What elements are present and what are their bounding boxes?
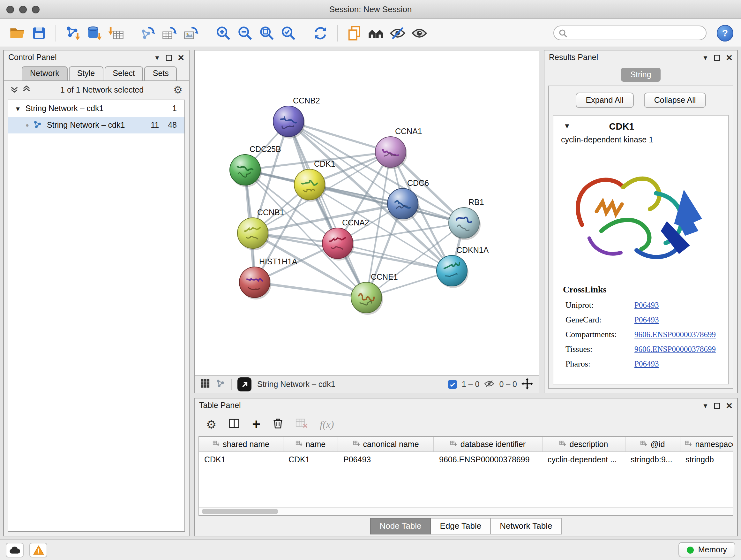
tab-sets[interactable]: Sets (145, 66, 177, 80)
export-table-button[interactable] (160, 23, 179, 43)
table-cell[interactable]: CDK1 (199, 452, 283, 467)
import-table-file-button[interactable] (107, 23, 126, 43)
panel-close-icon[interactable]: ✕ (178, 53, 185, 62)
column-header--id[interactable]: @id (625, 437, 680, 451)
warning-button[interactable] (29, 543, 47, 557)
panel-float-icon[interactable] (166, 55, 172, 60)
network-node-hist1h1a[interactable]: HIST1H1A (239, 257, 297, 300)
crosslink-row: Compartments:9606.ENSP00000378699 (565, 329, 719, 340)
open-external-button[interactable] (238, 377, 252, 391)
network-view[interactable]: CCNB2CCNA1CDC25BCDK1CDC6RB1CCNB1CCNA2CDK… (194, 50, 539, 375)
tab-network[interactable]: Network (22, 66, 68, 80)
column-header-database-identifier[interactable]: database identifier (434, 437, 542, 451)
zoom-out-button[interactable] (235, 23, 255, 43)
zoom-fit-button[interactable] (257, 23, 276, 43)
network-share-icon[interactable] (216, 379, 225, 390)
network-node-ccnb2[interactable]: CCNB2 (273, 96, 320, 138)
table-cell[interactable]: stringdb:9... (625, 452, 680, 467)
column-header-shared-name[interactable]: shared name (199, 437, 283, 451)
tab-style[interactable]: Style (69, 66, 104, 80)
column-label: @id (651, 440, 665, 449)
column-header-namespace[interactable]: namespace (680, 437, 733, 451)
panel-float-icon[interactable] (714, 402, 720, 408)
network-node-ccna1[interactable]: CCNA1 (375, 127, 422, 169)
collapse-all-button[interactable]: Collapse All (644, 92, 706, 108)
network-node-label: CCNA1 (395, 127, 422, 136)
import-network-database-button[interactable] (85, 23, 104, 43)
show-all-button[interactable] (410, 23, 429, 43)
network-options-gear-icon[interactable]: ⚙ (173, 84, 183, 95)
scrollbar-thumb[interactable] (202, 509, 278, 514)
import-network-file-button[interactable] (63, 23, 82, 43)
horizontal-scrollbar[interactable] (199, 507, 733, 515)
table-cell[interactable]: cyclin-dependent ... (542, 452, 625, 467)
node-table: shared namenamecanonical namedatabase id… (199, 436, 733, 516)
selected-checkbox-icon[interactable] (448, 380, 457, 389)
table-cell[interactable]: stringdb (680, 452, 733, 467)
show-columns-icon[interactable] (228, 417, 240, 431)
crosslink-link[interactable]: P06493 (634, 315, 659, 325)
open-session-button[interactable] (8, 23, 27, 43)
hide-selected-button[interactable] (388, 23, 407, 43)
minimize-window-button[interactable] (19, 5, 27, 13)
table-cell[interactable]: CDK1 (283, 452, 338, 467)
column-header-description[interactable]: description (542, 437, 625, 451)
tab-string[interactable]: String (621, 68, 661, 82)
search-input[interactable] (553, 25, 706, 40)
birdseye-grid-icon[interactable] (200, 379, 210, 390)
pan-crosshair-icon[interactable] (522, 378, 533, 391)
function-builder-icon[interactable]: f(x) (320, 419, 334, 430)
column-header-canonical-name[interactable]: canonical name (338, 437, 434, 451)
expand-all-button[interactable]: Expand All (576, 92, 634, 108)
network-view-toolbar: String Network – cdk1 1 – 0 0 – 0 (194, 375, 539, 393)
network-edge[interactable] (288, 121, 366, 298)
cloud-icon (9, 546, 20, 554)
crosslink-link[interactable]: P06493 (634, 360, 659, 369)
panel-float-icon[interactable] (714, 55, 720, 60)
zoom-selected-button[interactable] (279, 23, 298, 43)
maximize-window-button[interactable] (32, 5, 40, 13)
first-neighbors-button[interactable] (366, 23, 386, 43)
new-network-selection-button[interactable] (138, 23, 158, 43)
network-canvas[interactable]: CCNB2CCNA1CDC25BCDK1CDC6RB1CCNB1CCNA2CDK… (195, 51, 539, 375)
copy-document-button[interactable] (345, 23, 364, 43)
network-node-cdkn1a[interactable]: CDKN1A (436, 246, 489, 288)
add-column-icon[interactable]: + (252, 417, 260, 431)
network-row[interactable]: ● String Network – cdk1 11 48 (8, 117, 185, 133)
tab-node-table[interactable]: Node Table (370, 517, 431, 534)
memory-button[interactable]: Memory (678, 542, 735, 557)
table-row[interactable]: CDK1CDK1P064939606.ENSP00000378699cyclin… (199, 452, 733, 467)
panel-close-icon[interactable]: ✕ (726, 53, 733, 62)
table-options-gear-icon[interactable]: ⚙ (206, 419, 216, 430)
hidden-eye-icon[interactable] (484, 379, 495, 390)
tab-edge-table[interactable]: Edge Table (431, 517, 491, 534)
close-window-button[interactable] (6, 5, 14, 13)
panel-menu-icon[interactable]: ▼ (702, 402, 709, 409)
panel-close-icon[interactable]: ✕ (726, 401, 733, 410)
save-session-button[interactable] (29, 23, 49, 43)
panel-menu-icon[interactable]: ▼ (702, 54, 709, 61)
network-node-rb1[interactable]: RB1 (449, 198, 484, 240)
crosslink-link[interactable]: 9606.ENSP00000378699 (634, 345, 716, 354)
tab-network-table[interactable]: Network Table (491, 517, 562, 534)
network-collection-row[interactable]: ▼ String Network – cdk1 1 (8, 100, 185, 117)
zoom-in-button[interactable] (214, 23, 233, 43)
table-cell[interactable]: P06493 (338, 452, 434, 467)
tab-select[interactable]: Select (105, 66, 143, 80)
help-button[interactable]: ? (717, 24, 733, 41)
collapse-section-icon[interactable]: ▼ (563, 122, 570, 130)
network-edge[interactable] (255, 282, 366, 298)
cloud-button[interactable] (6, 543, 23, 557)
export-image-button[interactable] (182, 23, 201, 43)
delete-column-icon[interactable] (273, 417, 283, 431)
tree-expand-icon[interactable]: ▼ (15, 105, 21, 112)
panel-menu-icon[interactable]: ▼ (154, 54, 160, 61)
apply-layout-button[interactable] (311, 23, 330, 43)
crosslink-link[interactable]: P06493 (634, 301, 659, 310)
column-header-name[interactable]: name (283, 437, 338, 451)
expand-all-networks-icon[interactable] (22, 84, 30, 95)
collapse-all-networks-icon[interactable] (10, 84, 18, 95)
crosslink-link[interactable]: 9606.ENSP00000378699 (634, 330, 716, 340)
network-node-cdk1[interactable]: CDK1 (294, 159, 335, 202)
table-cell[interactable]: 9606.ENSP00000378699 (434, 452, 542, 467)
